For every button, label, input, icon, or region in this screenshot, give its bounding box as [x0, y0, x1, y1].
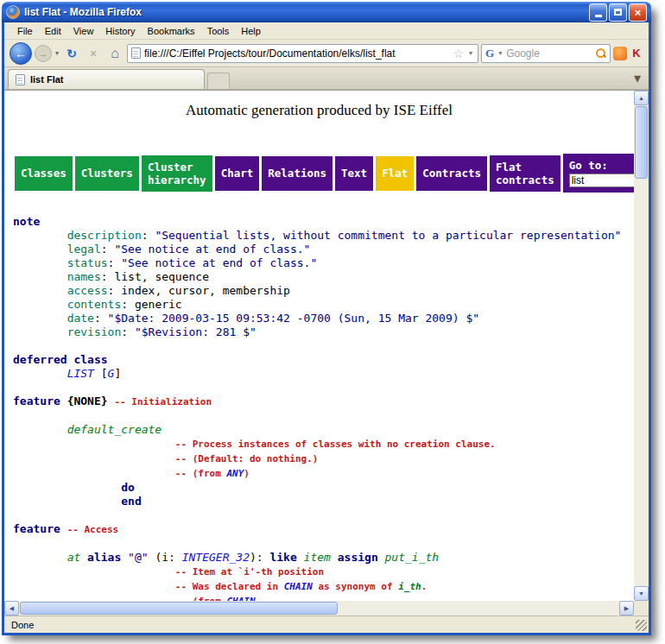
maximize-button[interactable] [609, 3, 627, 22]
history-dropdown-icon[interactable]: ▾ [54, 49, 60, 57]
menu-view[interactable]: View [67, 24, 100, 38]
nav-button-relations[interactable]: Relations [262, 156, 332, 191]
code-line: at alias "@" (i: INTEGER_32): like item … [13, 551, 634, 565]
menu-file[interactable]: File [11, 24, 39, 38]
scroll-down-button[interactable]: ▼ [634, 586, 649, 601]
menu-tools[interactable]: Tools [201, 24, 236, 38]
scroll-left-button[interactable]: ◀ [4, 601, 19, 616]
code-text: revision [67, 325, 122, 338]
code-text: -- (Default: do nothing.) [175, 453, 319, 464]
search-engine-dropdown-icon[interactable]: ▾ [497, 49, 504, 57]
nav-button-flat[interactable]: Flat [376, 156, 414, 191]
nav-button-label: Contracts [422, 167, 481, 180]
minimize-button[interactable] [589, 3, 607, 22]
code-line [13, 537, 634, 551]
code-text: : [101, 243, 115, 256]
code-text: : [94, 312, 108, 325]
code-text [121, 551, 128, 564]
code-text: as synonym of [313, 581, 398, 592]
code-line: -- (Default: do nothing.) [13, 451, 634, 466]
code-link[interactable]: i_th [398, 581, 421, 592]
vertical-scroll-track[interactable] [634, 179, 649, 586]
nav-button-chart[interactable]: Chart [215, 156, 260, 191]
menu-bar: FileEditViewHistoryBookmarksToolsHelp [4, 22, 649, 40]
code-text: end [121, 495, 141, 508]
nav-button-cluster-hierarchy[interactable]: Cluster hierarchy [142, 155, 212, 192]
goto-input[interactable] [569, 174, 634, 187]
addon-icon[interactable] [613, 47, 627, 60]
google-logo-icon[interactable]: G [485, 47, 494, 60]
search-magnifier-icon[interactable] [595, 47, 606, 59]
code-line: status: "See notice at end of class." [13, 256, 634, 270]
refresh-button[interactable]: ↻ [62, 44, 81, 63]
code-text [13, 466, 175, 479]
stop-button[interactable]: × [84, 44, 103, 63]
code-line: -- Was declared in CHAIN as synonym of i… [13, 579, 634, 594]
search-input[interactable] [506, 47, 592, 60]
code-link[interactable]: item [304, 551, 331, 564]
vertical-scroll-thumb[interactable] [635, 106, 648, 179]
nav-button-classes[interactable]: Classes [15, 156, 73, 191]
scroll-right-button[interactable]: ▶ [619, 601, 634, 616]
title-bar[interactable]: list Flat - Mozilla Firefox × [2, 2, 651, 22]
code-text [13, 579, 175, 592]
code-line [13, 381, 634, 395]
code-text: [ [94, 367, 108, 380]
back-button[interactable]: ← [10, 42, 32, 65]
code-text: "$Revision: 281 $" [135, 325, 256, 338]
address-bar[interactable]: ☆ ▾ [127, 44, 478, 63]
nav-button-flat-contracts[interactable]: Flat contracts [490, 155, 560, 192]
code-text: : list, sequence [101, 270, 209, 283]
tab-list-dropdown[interactable]: ▾ [630, 69, 645, 86]
tab-bar: list Flat ▾ [4, 67, 649, 90]
menu-bookmarks[interactable]: Bookmarks [142, 24, 201, 38]
code-link[interactable]: at [67, 551, 81, 564]
close-button[interactable]: × [629, 3, 647, 22]
code-block: note description: "Sequential lists, wit… [13, 215, 634, 601]
code-link[interactable]: LIST [67, 367, 94, 380]
code-text: : [108, 256, 122, 269]
code-text: access [67, 284, 108, 297]
tab-list-flat[interactable]: list Flat [8, 69, 205, 89]
menu-help[interactable]: Help [235, 24, 267, 38]
code-line: contents: generic [13, 298, 634, 312]
menu-history[interactable]: History [99, 24, 141, 38]
code-link[interactable]: CHAIN [284, 581, 313, 592]
forward-button[interactable]: → [35, 45, 52, 62]
code-text: contents [67, 298, 122, 311]
horizontal-scroll-thumb[interactable] [20, 602, 338, 615]
code-text: status [67, 256, 108, 269]
code-link[interactable]: INTEGER_32 [182, 551, 250, 564]
code-text [297, 551, 304, 564]
code-text [13, 551, 67, 564]
url-input[interactable] [144, 47, 449, 60]
code-text: {NONE} [67, 395, 108, 407]
status-text: Done [11, 620, 34, 630]
code-text [13, 270, 67, 283]
maximize-icon [614, 9, 622, 16]
code-link[interactable]: ANY [226, 468, 244, 479]
horizontal-scrollbar[interactable]: ◀ ▶ [4, 601, 634, 616]
nav-button-clusters[interactable]: Clusters [75, 156, 139, 191]
bookmark-star-icon[interactable]: ☆ [453, 47, 464, 60]
menu-edit[interactable]: Edit [39, 24, 67, 38]
resize-grip[interactable] [636, 620, 647, 631]
code-line: -- Item at `i'-th position [13, 565, 634, 579]
code-text: ) [244, 468, 250, 479]
code-text [60, 395, 67, 407]
search-bar[interactable]: G ▾ [481, 44, 611, 63]
nav-button-contracts[interactable]: Contracts [416, 156, 487, 191]
url-dropdown-icon[interactable]: ▾ [467, 49, 474, 57]
vertical-scrollbar[interactable]: ▲ ▼ [634, 91, 649, 601]
code-link[interactable]: put_i_th [385, 551, 440, 564]
k-addon-icon[interactable]: K [630, 47, 643, 60]
nav-button-go-to[interactable]: Go to: [563, 154, 634, 193]
code-text: "See notice at end of class." [121, 256, 317, 269]
code-text: like [269, 551, 296, 564]
code-line: deferred class [13, 353, 634, 367]
nav-button-text[interactable]: Text [335, 156, 373, 191]
code-line [13, 339, 634, 353]
home-button[interactable]: ⌂ [105, 44, 124, 63]
code-link[interactable]: default_create [67, 423, 162, 436]
scroll-up-button[interactable]: ▲ [634, 91, 649, 105]
